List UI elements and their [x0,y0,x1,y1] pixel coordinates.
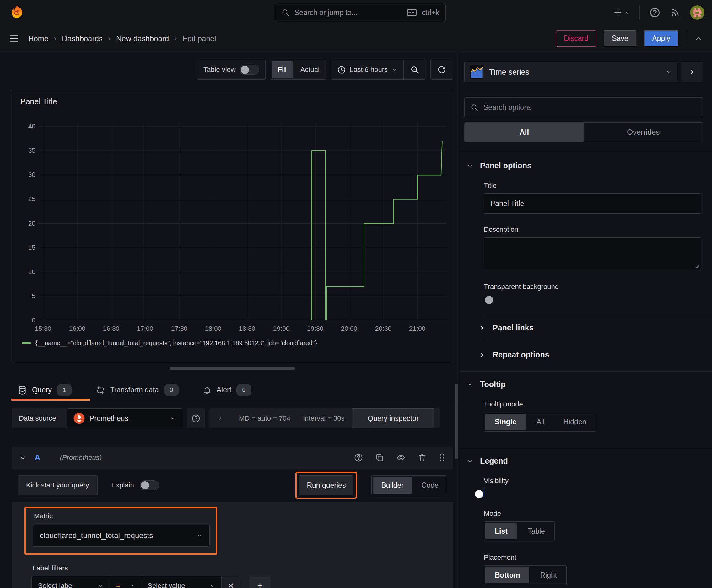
tooltip-title: Tooltip [480,380,505,389]
search-shortcut-hint: ctrl+k [422,8,439,17]
query-ref-id: A [35,453,41,463]
tab-alert-label: Alert [217,386,231,394]
fill-option[interactable]: Fill [272,61,293,78]
legend-list-option[interactable]: List [486,523,517,539]
code-option[interactable]: Code [413,476,447,495]
table-view-toggle-row: Table view [197,60,265,80]
viz-suggestions-expand-button[interactable] [681,62,703,82]
panel-options-section-header[interactable]: Panel options [464,153,703,173]
builder-option[interactable]: Builder [373,477,412,494]
rss-icon [670,7,681,18]
resize-handle-icon[interactable] [694,263,699,269]
repeat-options-section-header[interactable]: Repeat options [464,341,703,368]
hamburger-menu-icon[interactable] [9,33,19,44]
kick-start-query-button[interactable]: Kick start your query [18,475,98,495]
options-search-input[interactable] [483,103,697,112]
chevron-right-icon [688,68,695,76]
main-column: Table view Fill Actual Last 6 hours [0,52,459,588]
query-row-header[interactable]: A (Prometheus) [12,447,453,469]
refresh-button[interactable] [431,60,453,80]
topnav-divider [640,6,640,19]
remove-filter-button[interactable]: ✕ [222,576,240,588]
datasource-name: Prometheus [89,414,166,423]
refresh-group [430,60,453,80]
breadcrumb: Home › Dashboards › New dashboard › Edit… [28,34,216,43]
explain-toggle[interactable] [140,480,159,490]
run-queries-button[interactable]: Run queries [299,475,353,495]
datasource-picker[interactable]: Prometheus [67,408,182,428]
legend-title: Legend [480,456,508,465]
help-button[interactable] [649,7,661,18]
panel-title-input[interactable] [484,193,701,214]
actual-option[interactable]: Actual [294,60,326,80]
options-tab-all[interactable]: All [465,123,584,142]
panel-links-section-header[interactable]: Panel links [464,314,703,341]
query-help-icon[interactable] [354,453,363,462]
options-tab-overrides[interactable]: Overrides [584,123,703,142]
global-search-input[interactable]: Search or jump to... ctrl+k [275,3,446,22]
user-avatar[interactable] [690,5,705,20]
add-filter-button[interactable]: + [250,576,270,588]
drag-grip-icon[interactable] [438,453,446,462]
tooltip-single-option[interactable]: Single [486,414,526,430]
tab-query-label: Query [32,386,52,394]
pane-resize-handle[interactable] [170,367,295,370]
tab-transform-data[interactable]: Transform data 0 [96,384,179,396]
collapse-header-chevron-up-icon[interactable] [694,34,703,43]
time-range-label: Last 6 hours [350,66,388,74]
query-inspector-button[interactable]: Query inspector [352,408,434,428]
placement-bottom-option[interactable]: Bottom [486,567,529,583]
database-icon [18,385,27,395]
plus-icon [613,8,623,17]
visualization-picker[interactable]: Time series [464,62,677,82]
description-field-label: Description [484,226,703,234]
discard-button[interactable]: Discard [556,30,596,47]
series-color-swatch [22,342,31,344]
tooltip-section-header[interactable]: Tooltip [464,372,703,392]
breadcrumb-dashboards[interactable]: Dashboards [62,34,102,43]
select-value-dropdown[interactable]: Select value [141,576,222,588]
legend-table-option[interactable]: Table [518,522,555,541]
max-data-points-value: MD = auto = 704 [239,414,290,422]
select-label-dropdown[interactable]: Select label [31,576,110,588]
transparent-background-toggle[interactable] [484,295,484,303]
chart-legend[interactable]: {__name__="cloudflared_tunnel_total_requ… [22,339,317,347]
query-datasource-hint: (Prometheus) [60,454,102,462]
datasource-label: Data source [12,408,67,428]
chevron-down-icon[interactable] [19,454,26,461]
zoom-out-time-button[interactable] [404,60,426,80]
tooltip-hidden-option[interactable]: Hidden [554,413,596,431]
panel-description-textarea[interactable] [484,237,701,270]
time-series-plot[interactable] [39,123,447,320]
operator-dropdown[interactable]: = [110,576,141,588]
delete-query-trash-icon[interactable] [418,453,427,462]
chevron-down-icon [467,163,473,169]
datasource-help-button[interactable] [187,408,205,428]
time-range-picker[interactable]: Last 6 hours [331,60,404,80]
apply-button[interactable]: Apply [644,30,678,47]
legend-mode-label: Mode [484,509,703,518]
y-axis-labels: 0510152025303540 [16,123,36,320]
news-button[interactable] [670,7,681,18]
duplicate-query-icon[interactable] [375,453,384,462]
breadcrumb-home[interactable]: Home [28,34,48,43]
table-view-toggle[interactable] [239,65,259,75]
prom-query-builder-card: Metric cloudflared_tunnel_total_requests… [12,502,453,588]
grafana-logo[interactable] [9,4,25,21]
title-field-label: Title [484,182,703,190]
tab-alert[interactable]: Alert 0 [203,384,252,396]
options-search-field[interactable] [464,97,703,118]
placement-right-option[interactable]: Right [531,566,566,585]
new-menu-button[interactable] [613,8,630,17]
breadcrumb-separator: › [108,35,110,43]
time-range-group: Last 6 hours [330,60,426,80]
breadcrumb-new-dashboard[interactable]: New dashboard [116,34,169,43]
metric-select-dropdown[interactable]: cloudflared_tunnel_total_requests [33,525,210,547]
save-button[interactable]: Save [604,30,637,47]
subnav-divider [686,32,686,45]
tooltip-all-option[interactable]: All [527,413,554,431]
tab-query[interactable]: Query 1 [18,384,72,396]
toggle-visibility-eye-icon[interactable] [396,453,406,462]
legend-visibility-toggle[interactable] [484,489,484,497]
legend-section-header[interactable]: Legend [464,448,703,469]
